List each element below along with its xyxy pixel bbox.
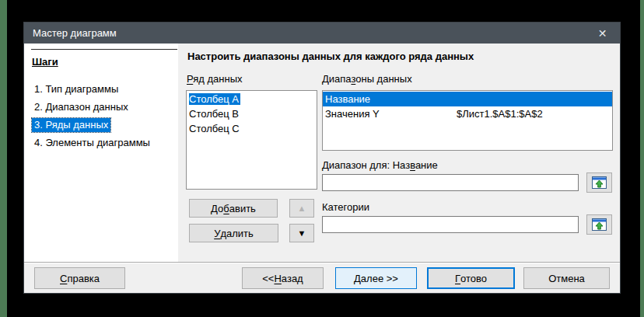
background-strip-left — [0, 0, 7, 317]
footer-separator — [24, 262, 620, 263]
list-item-series[interactable]: Столбец A — [187, 92, 317, 106]
move-up-button[interactable]: ▲ — [289, 199, 314, 218]
back-button[interactable]: << Назад — [242, 267, 324, 289]
dialog-body: Шаги 1. Тип диаграммы 2. Диапазон данных… — [24, 44, 620, 293]
categories-input[interactable] — [322, 216, 579, 233]
chart-wizard-dialog: Мастер диаграмм ✕ Шаги 1. Тип диаграммы … — [23, 22, 621, 294]
steps-heading: Шаги — [32, 56, 58, 68]
step-chart-elements[interactable]: 4. Элементы диаграммы — [32, 135, 173, 151]
titlebar[interactable]: Мастер диаграмм ✕ — [24, 23, 620, 44]
help-button[interactable]: Справка — [34, 267, 125, 289]
list-item-series[interactable]: Столбец C — [187, 121, 317, 136]
add-button[interactable]: Добавить — [189, 199, 278, 218]
select-range-button[interactable] — [586, 172, 612, 193]
select-range-button[interactable] — [586, 214, 612, 235]
range-row-y-values[interactable]: Значения Y $Лист1.$A$1:$A$2 — [323, 106, 612, 121]
sidebar-separator — [31, 49, 177, 50]
categories-label: Категории — [322, 201, 369, 213]
steps-sidebar: Шаги 1. Тип диаграммы 2. Диапазон данных… — [24, 44, 178, 262]
range-row-name[interactable]: Название — [323, 92, 612, 106]
move-down-button[interactable]: ▼ — [289, 224, 314, 242]
move-up-arrow-icon: ▲ — [298, 204, 306, 213]
window-title: Мастер диаграмм — [24, 27, 117, 39]
background-strip-right — [640, 0, 644, 317]
step-chart-type[interactable]: 1. Тип диаграммы — [32, 82, 173, 97]
close-icon[interactable]: ✕ — [585, 23, 620, 44]
data-series-listbox[interactable]: Столбец A Столбец B Столбец C — [186, 90, 317, 190]
next-button[interactable]: Далее >> — [335, 267, 417, 289]
steps-list: 1. Тип диаграммы 2. Диапазон данных 3. Р… — [32, 82, 173, 153]
step-data-range[interactable]: 2. Диапазон данных — [32, 99, 173, 115]
list-item-series[interactable]: Столбец B — [187, 106, 317, 121]
move-down-arrow-icon: ▼ — [298, 228, 306, 238]
select-data-range-icon — [592, 176, 607, 189]
range-for-label: Диапазон для: Название — [322, 159, 438, 171]
page-title: Настроить диапазоны данных для каждого р… — [187, 51, 474, 62]
ranges-list-label: Диапазоны данных — [322, 73, 412, 85]
finish-button[interactable]: Готово — [427, 267, 515, 289]
range-for-input[interactable] — [322, 174, 579, 191]
series-list-label: Ряд данных — [187, 73, 243, 85]
desktop-background: Мастер диаграмм ✕ Шаги 1. Тип диаграммы … — [0, 0, 644, 317]
select-data-range-icon — [592, 218, 607, 231]
remove-button[interactable]: Удалить — [189, 224, 278, 242]
data-ranges-listbox[interactable]: Название Значения Y $Лист1.$A$1:$A$2 — [322, 90, 613, 151]
cancel-button[interactable]: Отмена — [523, 267, 610, 289]
step-data-series[interactable]: 3. Ряды данных — [32, 117, 173, 133]
